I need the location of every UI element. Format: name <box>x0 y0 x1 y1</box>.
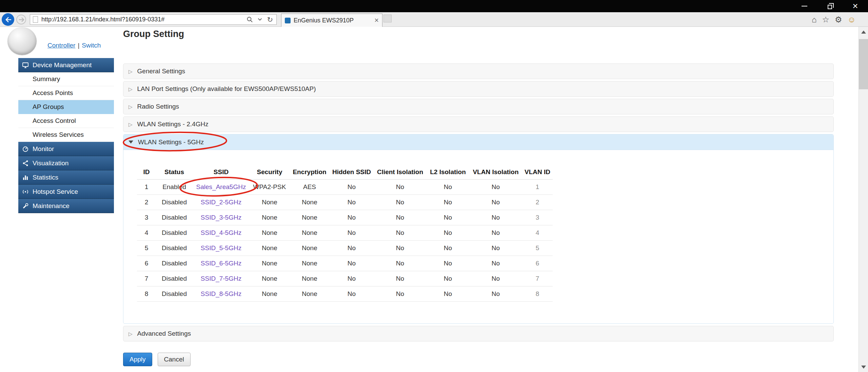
feedback-smiley-icon[interactable]: ☺ <box>847 16 856 24</box>
brand-separator: | <box>78 42 79 49</box>
minimize-icon <box>802 6 807 6</box>
sidebar-item-access-control[interactable]: Access Control <box>18 114 114 128</box>
switch-link[interactable]: Switch <box>82 42 101 49</box>
sidebar-item-access-points[interactable]: Access Points <box>18 86 114 100</box>
cell-client-isolation: No <box>374 256 427 271</box>
cell-id: 4 <box>137 225 156 240</box>
accordion-radio-settings[interactable]: ▷ Radio Settings <box>123 99 834 114</box>
accordion-general-settings[interactable]: ▷ General Settings <box>123 63 834 79</box>
wlan5-table-header-row: IDStatusSSIDSecurityEncryptionHidden SSI… <box>137 165 553 179</box>
sidebar-section-maintenance[interactable]: Maintenance <box>18 199 114 213</box>
sidebar-menu: Device Management Summary Access Points … <box>18 58 114 213</box>
vertical-scrollbar[interactable] <box>859 27 868 372</box>
scrollbar-thumb[interactable] <box>859 39 868 89</box>
controller-link[interactable]: Controller <box>47 42 75 49</box>
home-icon[interactable]: ⌂ <box>812 16 817 24</box>
sidebar-section-device-management[interactable]: Device Management <box>18 58 114 72</box>
cell-status: Enabled <box>156 179 193 194</box>
ssid-link[interactable]: SSID_5-5GHz <box>193 240 250 256</box>
ssid-link[interactable]: SSID_8-5GHz <box>193 286 250 301</box>
accordion-wlan-5ghz[interactable]: WLAN Settings - 5GHz <box>123 134 833 150</box>
expand-arrow-icon: ▷ <box>129 331 133 336</box>
ssid-link[interactable]: SSID_6-5GHz <box>193 256 250 271</box>
cancel-button[interactable]: Cancel <box>158 353 191 366</box>
cell-hidden-ssid: No <box>330 225 374 240</box>
accordion-advanced-settings[interactable]: ▷ Advanced Settings <box>123 326 834 341</box>
browser-toolbar: http://192.168.1.21/index.html?160919-03… <box>0 12 868 27</box>
cell-status: Disabled <box>156 256 193 271</box>
scroll-up-arrow-icon <box>861 31 866 34</box>
cell-l2-isolation: No <box>427 225 469 240</box>
accordion-label: Radio Settings <box>137 103 179 110</box>
sidebar-section-monitor[interactable]: Monitor <box>18 142 114 156</box>
cell-l2-isolation: No <box>427 286 469 301</box>
cell-encryption: None <box>290 240 330 256</box>
ssid-link[interactable]: SSID_4-5GHz <box>193 225 250 240</box>
wlan-5ghz-panel: WLAN Settings - 5GHz IDStatusSSIDSecurit… <box>123 134 834 324</box>
close-icon: × <box>852 1 858 11</box>
cell-hidden-ssid: No <box>330 286 374 301</box>
section-label: Hotspot Service <box>33 188 78 196</box>
accordion-label: General Settings <box>137 68 185 75</box>
cell-l2-isolation: No <box>427 256 469 271</box>
scroll-down-button[interactable] <box>859 362 868 372</box>
scroll-up-button[interactable] <box>859 27 868 37</box>
cell-encryption: AES <box>290 179 330 194</box>
table-row: 2DisabledSSID_2-5GHzNoneNoneNoNoNoNo2 <box>137 194 553 210</box>
settings-gear-icon[interactable]: ⚙ <box>835 16 842 24</box>
address-bar[interactable]: http://192.168.1.21/index.html?160919-03… <box>30 14 277 25</box>
cell-client-isolation: No <box>374 271 427 286</box>
ssid-link[interactable]: SSID_7-5GHz <box>193 271 250 286</box>
refresh-icon[interactable]: ↻ <box>267 16 273 23</box>
window-minimize-button[interactable] <box>792 0 817 12</box>
cell-status: Disabled <box>156 240 193 256</box>
page-content: Controller|Switch Device Management Summ… <box>0 27 859 372</box>
sidebar-section-statistics[interactable]: Statistics <box>18 170 114 185</box>
ssid-link[interactable]: SSID_3-5GHz <box>193 210 250 225</box>
cell-vlan-id: 4 <box>522 225 553 240</box>
cell-status: Disabled <box>156 194 193 210</box>
page-icon <box>33 16 38 23</box>
cell-l2-isolation: No <box>427 179 469 194</box>
cell-id: 5 <box>137 240 156 256</box>
cell-vlan-isolation: No <box>469 210 522 225</box>
back-button[interactable] <box>2 13 14 26</box>
cell-hidden-ssid: No <box>330 256 374 271</box>
ssid-link[interactable]: Sales_Area5GHz <box>193 179 250 194</box>
window-restore-button[interactable] <box>817 0 843 12</box>
window-close-button[interactable]: × <box>843 0 868 12</box>
accordion-label: WLAN Settings - 5GHz <box>138 138 204 146</box>
forward-button[interactable] <box>16 15 26 24</box>
favorites-star-icon[interactable]: ☆ <box>822 16 829 24</box>
collapse-arrow-icon <box>129 141 133 144</box>
tab-close-icon[interactable]: × <box>374 17 379 24</box>
sidebar-item-summary[interactable]: Summary <box>18 72 114 86</box>
browser-tab[interactable]: EnGenius EWS2910P × <box>281 14 382 27</box>
sidebar-section-visualization[interactable]: Visualization <box>18 156 114 170</box>
url-text[interactable]: http://192.168.1.21/index.html?160919-03… <box>41 16 246 23</box>
table-row: 8DisabledSSID_8-5GHzNoneNoneNoNoNoNo8 <box>137 286 553 301</box>
page-title: Group Setting <box>123 29 184 39</box>
search-icon[interactable] <box>246 16 253 23</box>
new-tab-button[interactable] <box>383 15 392 22</box>
cell-l2-isolation: No <box>427 271 469 286</box>
hotspot-service-icon <box>22 188 29 195</box>
cell-vlan-isolation: No <box>469 240 522 256</box>
sidebar-section-hotspot-service[interactable]: Hotspot Service <box>18 185 114 199</box>
apply-button[interactable]: Apply <box>123 353 152 366</box>
cell-hidden-ssid: No <box>330 240 374 256</box>
cell-vlan-isolation: No <box>469 225 522 240</box>
wlan5-table: IDStatusSSIDSecurityEncryptionHidden SSI… <box>137 165 553 302</box>
accordion-wlan-24ghz[interactable]: ▷ WLAN Settings - 2.4GHz <box>123 116 834 132</box>
accordion-label: Advanced Settings <box>137 330 191 337</box>
sidebar-item-ap-groups[interactable]: AP Groups <box>18 100 114 114</box>
section-label: Monitor <box>33 145 54 153</box>
accordion-lan-port-settings[interactable]: ▷ LAN Port Settings (Only available for … <box>123 81 834 97</box>
ssid-link[interactable]: SSID_2-5GHz <box>193 194 250 210</box>
cell-vlan-id: 3 <box>522 210 553 225</box>
chevron-down-icon[interactable] <box>258 18 262 21</box>
cell-client-isolation: No <box>374 194 427 210</box>
sidebar-item-wireless-services[interactable]: Wireless Services <box>18 128 114 142</box>
cell-vlan-isolation: No <box>469 179 522 194</box>
expand-arrow-icon: ▷ <box>129 69 133 74</box>
